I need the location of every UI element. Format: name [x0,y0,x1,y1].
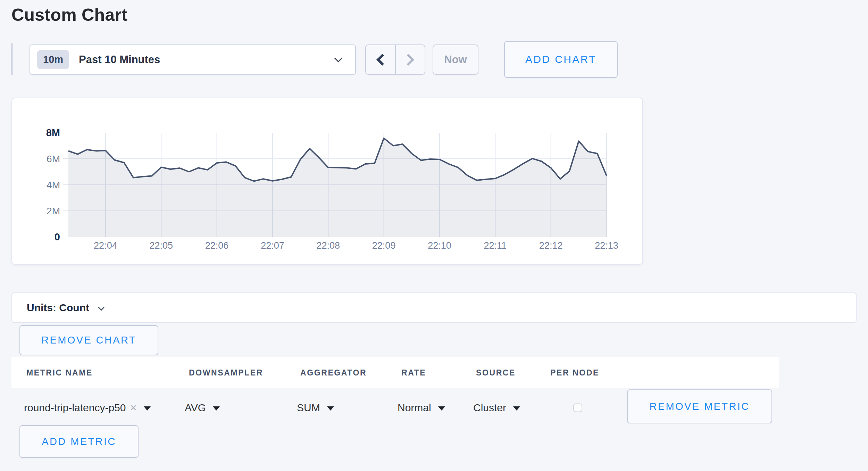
svg-text:22:09: 22:09 [372,240,396,251]
add-metric-button[interactable]: ADD METRIC [19,425,139,458]
time-window-badge: 10m [37,50,69,69]
toolbar-accent-bar [11,43,12,75]
svg-text:22:07: 22:07 [261,240,284,251]
svg-text:4M: 4M [47,180,60,190]
time-range-select[interactable]: 10m Past 10 Minutes [30,44,356,75]
svg-text:8M: 8M [46,127,60,138]
metric-table-row: round-trip-latency-p50 × AVG SUM Normal … [11,388,779,427]
source-value: Cluster [473,402,506,414]
rate-select[interactable]: Normal [398,402,445,414]
remove-chart-button[interactable]: REMOVE CHART [19,325,158,355]
prev-timespan-button[interactable] [366,45,396,74]
col-header-downsampler: DOWNSAMPLER [189,357,263,388]
col-header-metric-name: METRIC NAME [26,357,93,388]
aggregator-select[interactable]: SUM [297,402,334,414]
chevron-down-icon [334,54,342,62]
caret-down-icon [213,406,220,411]
svg-text:6M: 6M [47,154,60,164]
col-header-aggregator: AGGREGATOR [300,357,367,388]
downsampler-select[interactable]: AVG [185,402,220,414]
col-header-source: SOURCE [476,357,516,388]
source-select[interactable]: Cluster [473,402,520,414]
rate-value: Normal [398,402,431,414]
svg-text:22:05: 22:05 [149,240,173,251]
per-node-checkbox[interactable] [573,404,582,412]
units-select[interactable]: Units: Count [11,292,857,323]
remove-metric-button[interactable]: REMOVE METRIC [627,389,772,423]
metrics-table-header: METRIC NAME DOWNSAMPLER AGGREGATOR RATE … [11,357,779,388]
chevron-left-icon [376,54,388,66]
chevron-right-icon [402,54,414,66]
svg-text:22:10: 22:10 [428,240,451,251]
caret-down-icon [327,406,334,411]
now-button[interactable]: Now [433,44,478,75]
col-header-per-node: PER NODE [550,357,599,388]
caret-down-icon [144,406,151,411]
caret-down-icon [513,406,520,411]
time-pager-group [365,44,425,75]
custom-chart-svg[interactable]: 22:0422:0522:0622:0722:0822:0922:1022:11… [12,98,642,264]
svg-text:0: 0 [55,231,60,242]
time-window-label: Past 10 Minutes [79,53,160,66]
next-timespan-button[interactable] [396,45,425,74]
svg-text:22:11: 22:11 [484,240,507,251]
svg-text:22:04: 22:04 [94,240,117,251]
svg-text:2M: 2M [47,206,60,216]
svg-text:22:13: 22:13 [595,240,618,251]
metric-name-select[interactable]: round-trip-latency-p50 × [24,401,151,414]
chart-card: 22:0422:0522:0622:0722:0822:0922:1022:11… [11,98,643,265]
add-chart-button[interactable]: ADD CHART [504,41,618,78]
page-title: Custom Chart [11,5,127,25]
aggregator-value: SUM [297,402,320,414]
svg-text:22:06: 22:06 [205,240,229,251]
svg-text:22:08: 22:08 [316,240,340,251]
chart-series [68,138,607,237]
metric-name-value: round-trip-latency-p50 [24,402,126,414]
chevron-down-icon [98,304,104,311]
svg-text:22:12: 22:12 [539,240,563,251]
downsampler-value: AVG [185,402,206,414]
col-header-rate: RATE [401,357,426,388]
caret-down-icon [438,406,445,411]
units-select-label: Units: Count [27,302,89,314]
custom-chart-page: { "page": { "title": "Custom Chart", "ba… [0,0,868,471]
x-icon[interactable]: × [130,401,136,414]
